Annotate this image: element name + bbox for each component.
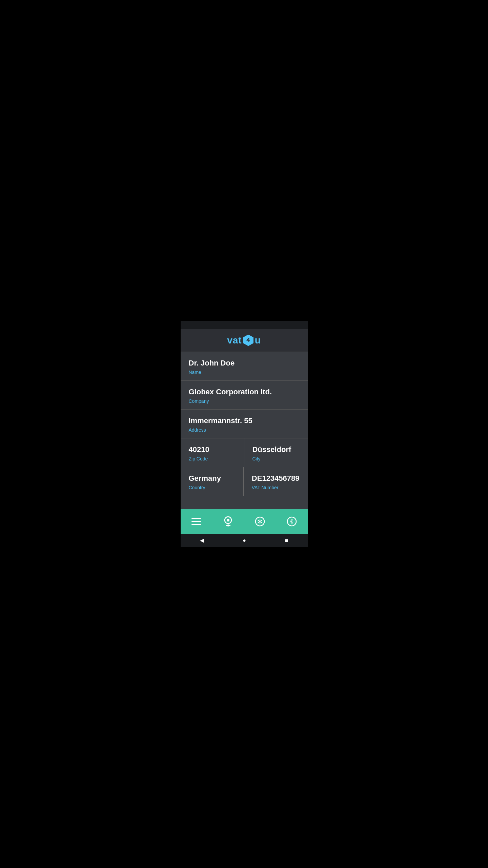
app-logo: vat 4 u [227,335,261,346]
name-label: Name [189,370,300,375]
android-recent-button[interactable]: ■ [285,537,288,544]
address-value: Immermannstr. 55 [189,416,300,425]
menu-icon [191,518,201,525]
main-content: Dr. John Doe Name Globex Corporation ltd… [181,352,308,509]
address-label: Address [189,427,300,433]
country-label: Country [189,485,235,490]
location-icon [223,516,233,527]
logo-icon-badge: 4 [243,335,254,346]
city-label: City [252,456,300,461]
zip-label: Zip Code [189,456,236,461]
vat-label: VAT Number [252,485,300,490]
svg-rect-2 [191,524,201,525]
address-field-group: Immermannstr. 55 Address [181,410,308,438]
euro-icon: € [287,516,297,527]
city-value: Düsseldorf [252,445,300,454]
name-field-group: Dr. John Doe Name [181,352,308,381]
android-back-button[interactable]: ◀ [200,537,204,544]
euro-nav-button[interactable]: € [284,513,300,530]
location-nav-button[interactable] [220,513,236,530]
vat-field-group: DE123456789 VAT Number [244,467,308,496]
svg-point-6 [259,521,261,522]
app-header: vat 4 u [181,329,308,352]
status-bar [181,321,308,329]
logo-icon-text: 4 [246,337,250,344]
svg-rect-0 [191,518,201,519]
bottom-navigation: € [181,509,308,534]
android-navigation: ◀ ● ■ [181,534,308,547]
country-value: Germany [189,474,235,483]
name-value: Dr. John Doe [189,359,300,368]
logo-text-right: u [255,335,261,346]
company-label: Company [189,398,300,404]
zip-field-group: 40210 Zip Code [181,438,244,467]
country-vat-row: Germany Country DE123456789 VAT Number [181,467,308,496]
menu-nav-button[interactable] [188,513,204,530]
zip-city-row: 40210 Zip Code Düsseldorf City [181,438,308,467]
company-field-group: Globex Corporation ltd. Company [181,381,308,410]
vat-value: DE123456789 [252,474,300,483]
city-field-group: Düsseldorf City [244,438,308,467]
chat-nav-button[interactable] [252,513,268,530]
zip-value: 40210 [189,445,236,454]
android-home-button[interactable]: ● [243,537,246,544]
svg-point-4 [227,519,229,521]
svg-rect-1 [191,521,201,522]
country-field-group: Germany Country [181,467,244,496]
logo-text-left: vat [227,335,242,346]
chat-icon [255,516,265,527]
svg-text:€: € [290,519,293,525]
company-value: Globex Corporation ltd. [189,388,300,396]
